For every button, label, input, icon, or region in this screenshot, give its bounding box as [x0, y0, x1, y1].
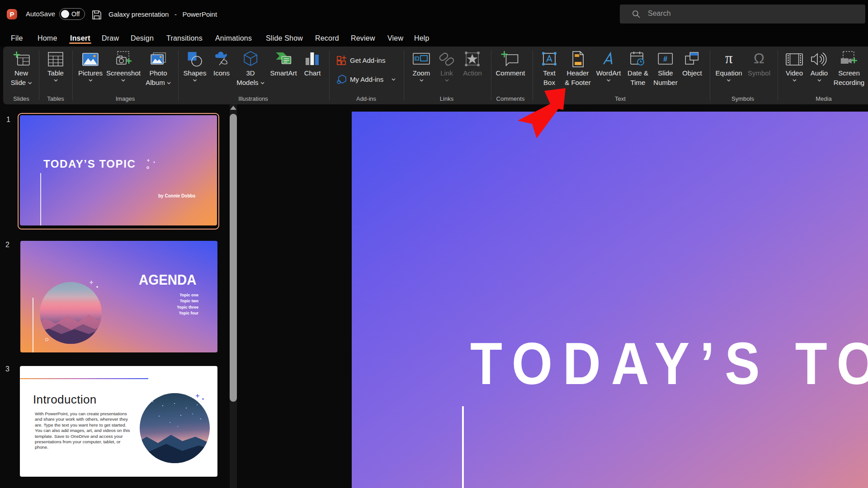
svg-text:Ω: Ω: [754, 51, 764, 66]
svg-text:#: #: [663, 55, 667, 63]
svg-text:π: π: [725, 51, 733, 66]
